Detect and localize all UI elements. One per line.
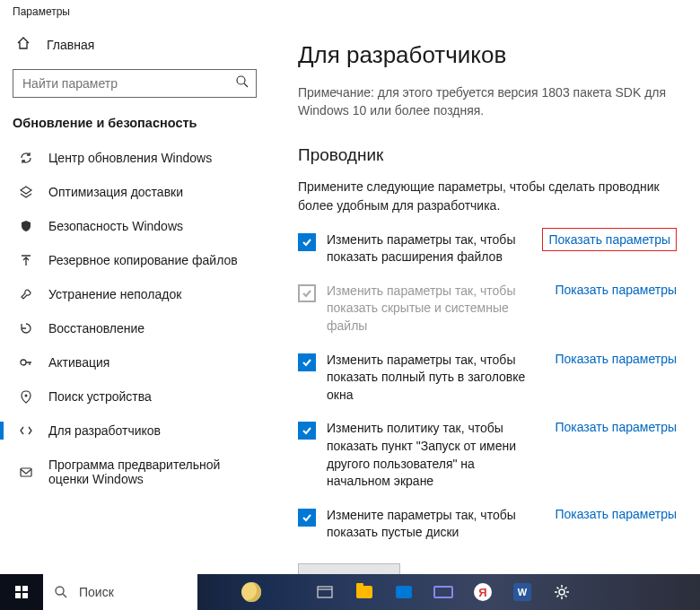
svg-rect-4 bbox=[21, 468, 31, 476]
code-icon bbox=[18, 423, 34, 438]
window-title: Параметры bbox=[0, 0, 700, 27]
svg-rect-11 bbox=[318, 587, 332, 597]
nav-item-label: Центр обновления Windows bbox=[48, 151, 212, 165]
start-button[interactable] bbox=[0, 574, 43, 610]
home-label: Главная bbox=[47, 38, 94, 52]
nav-item-label: Оптимизация доставки bbox=[48, 185, 183, 199]
show-params-link[interactable]: Показать параметры bbox=[555, 352, 677, 366]
nav-activation[interactable]: Активация bbox=[0, 345, 269, 379]
checkbox-empty-drives[interactable] bbox=[298, 509, 316, 527]
taskbar: Поиск Я W bbox=[0, 574, 700, 610]
taskbar-search[interactable]: Поиск bbox=[43, 574, 197, 610]
nav-insider-program[interactable]: Программа предварительной оценки Windows bbox=[0, 448, 269, 496]
optimization-icon bbox=[18, 185, 34, 199]
taskbar-taskview[interactable] bbox=[305, 574, 345, 610]
taskbar-weather[interactable] bbox=[197, 574, 305, 610]
nav-item-label: Активация bbox=[48, 355, 109, 370]
show-params-link[interactable]: Показать параметры bbox=[555, 420, 677, 434]
gear-icon bbox=[554, 584, 570, 600]
opt-text: Измените параметры так, чтобы показать п… bbox=[327, 507, 544, 542]
nav-recovery[interactable]: Восстановление bbox=[0, 311, 269, 345]
folder-icon bbox=[356, 586, 372, 598]
shield-icon bbox=[18, 219, 34, 233]
nav-item-label: Программа предварительной оценки Windows bbox=[48, 458, 257, 486]
key-icon bbox=[18, 355, 34, 370]
taskbar-settings[interactable] bbox=[542, 574, 582, 610]
taskbar-laptop[interactable] bbox=[424, 574, 463, 610]
nav-find-device[interactable]: Поиск устройства bbox=[0, 379, 269, 414]
nav-item-label: Резервное копирование файлов bbox=[48, 253, 238, 267]
svg-point-0 bbox=[237, 76, 245, 84]
opt-text: Изменить параметры так, чтобы показать р… bbox=[327, 231, 531, 266]
taskbar-word[interactable]: W bbox=[503, 574, 542, 610]
nav-item-label: Устранение неполадок bbox=[48, 287, 181, 301]
nav-item-label: Безопасность Windows bbox=[48, 219, 183, 233]
moon-icon bbox=[241, 582, 261, 602]
search-icon bbox=[235, 74, 249, 92]
sdk-note: Примечание: для этого требуется версия 1… bbox=[298, 83, 677, 120]
nav-backup[interactable]: Резервное копирование файлов bbox=[0, 243, 269, 277]
backup-icon bbox=[18, 253, 34, 267]
apply-button[interactable]: Применить bbox=[298, 563, 400, 574]
sidebar: Главная Обновление и безопасность Центр … bbox=[0, 27, 275, 574]
nav-item-label: Поиск устройства bbox=[48, 389, 152, 404]
page-title: Для разработчиков bbox=[298, 41, 677, 69]
refresh-icon bbox=[18, 151, 34, 165]
explorer-title: Проводник bbox=[298, 145, 677, 165]
checkbox-hidden-files[interactable] bbox=[298, 284, 316, 302]
section-label: Обновление и безопасность bbox=[0, 110, 269, 141]
opt-text: Изменить политику так, чтобы показать пу… bbox=[327, 420, 544, 490]
nav-item-label: Для разработчиков bbox=[48, 423, 161, 438]
home-icon bbox=[16, 36, 31, 53]
show-params-link[interactable]: Показать параметры bbox=[555, 283, 677, 297]
svg-rect-5 bbox=[15, 586, 21, 591]
taskbar-search-label: Поиск bbox=[79, 585, 114, 599]
svg-point-3 bbox=[25, 395, 28, 397]
nav-delivery-optimization[interactable]: Оптимизация доставки bbox=[0, 175, 269, 209]
svg-line-1 bbox=[244, 83, 248, 87]
laptop-icon bbox=[433, 586, 453, 598]
svg-point-13 bbox=[559, 589, 564, 595]
location-icon bbox=[18, 389, 34, 404]
explorer-desc: Примените следующие параметры, чтобы сде… bbox=[298, 178, 677, 215]
svg-rect-7 bbox=[15, 593, 21, 598]
home-button[interactable]: Главная bbox=[0, 27, 269, 62]
nav-item-label: Восстановление bbox=[48, 321, 144, 336]
wrench-icon bbox=[18, 287, 34, 301]
insider-icon bbox=[18, 465, 34, 479]
taskbar-yandex[interactable]: Я bbox=[463, 574, 503, 610]
nav-windows-update[interactable]: Центр обновления Windows bbox=[0, 141, 269, 175]
nav-windows-security[interactable]: Безопасность Windows bbox=[0, 209, 269, 243]
nav-troubleshoot[interactable]: Устранение неполадок bbox=[0, 277, 269, 311]
app-icon bbox=[396, 586, 412, 598]
svg-point-9 bbox=[56, 587, 64, 595]
svg-rect-6 bbox=[22, 586, 28, 591]
main-content: Для разработчиков Примечание: для этого … bbox=[275, 27, 700, 574]
opt-text: Изменить параметры так, чтобы показать п… bbox=[327, 352, 544, 405]
yandex-icon: Я bbox=[474, 583, 492, 601]
show-params-link[interactable]: Показать параметры bbox=[542, 228, 677, 251]
nav-for-developers[interactable]: Для разработчиков bbox=[0, 414, 269, 448]
taskbar-app-blue[interactable] bbox=[384, 574, 424, 610]
opt-text: Изменить параметры так, чтобы показать с… bbox=[327, 283, 544, 336]
svg-rect-8 bbox=[22, 593, 28, 598]
checkbox-extensions[interactable] bbox=[298, 233, 316, 251]
checkbox-full-path[interactable] bbox=[298, 353, 316, 371]
search-icon bbox=[54, 585, 68, 599]
taskbar-explorer[interactable] bbox=[345, 574, 384, 610]
recovery-icon bbox=[18, 321, 34, 336]
search-input[interactable] bbox=[13, 69, 257, 98]
checkbox-run-as-user[interactable] bbox=[298, 422, 316, 440]
word-icon: W bbox=[513, 583, 531, 601]
show-params-link[interactable]: Показать параметры bbox=[555, 507, 677, 521]
svg-line-10 bbox=[63, 594, 66, 597]
svg-point-2 bbox=[21, 360, 26, 365]
